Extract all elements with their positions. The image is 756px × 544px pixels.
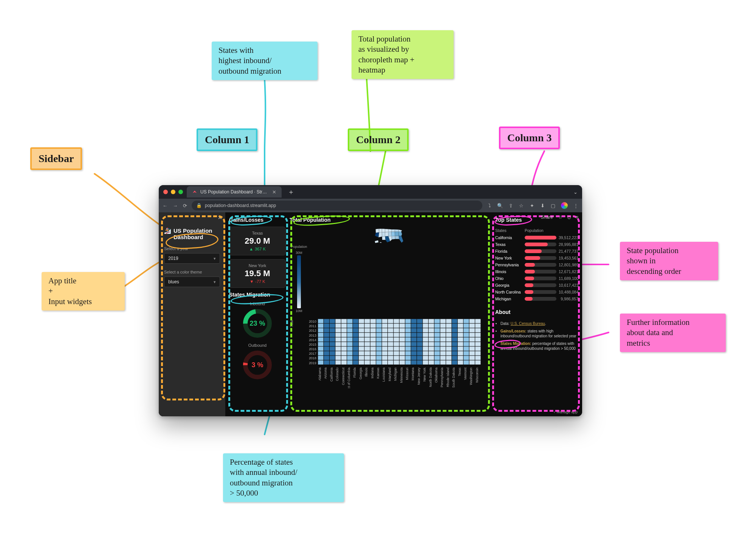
svg-rect-89 bbox=[475, 328, 480, 332]
browser-tab[interactable]: US Population Dashboard · Str… ✕ bbox=[187, 186, 282, 198]
svg-rect-205 bbox=[335, 351, 341, 355]
close-tab-icon[interactable]: ✕ bbox=[272, 189, 276, 195]
table-row: Ohio11,689,100 bbox=[495, 275, 578, 282]
annot-col1-tag: Column 1 bbox=[197, 128, 257, 151]
svg-rect-134 bbox=[411, 337, 417, 342]
svg-rect-239 bbox=[370, 356, 376, 360]
metric-top-gain: Texas 29.0 M ▲367 K bbox=[229, 227, 286, 255]
svg-text:Louisiana: Louisiana bbox=[382, 368, 386, 382]
tabs-overflow-icon[interactable]: ⌄ bbox=[573, 189, 578, 195]
maximize-window-icon[interactable] bbox=[178, 190, 183, 194]
window-controls[interactable] bbox=[163, 190, 183, 194]
svg-rect-160 bbox=[400, 342, 405, 346]
svg-rect-37 bbox=[335, 324, 341, 328]
svg-rect-106 bbox=[411, 333, 417, 337]
svg-rect-258 bbox=[318, 360, 323, 365]
table-col-states: States bbox=[495, 228, 525, 233]
svg-rect-276 bbox=[423, 360, 428, 365]
github-icon[interactable]: ◯ bbox=[568, 215, 570, 220]
manage-app-button[interactable]: ‹Manage app bbox=[554, 410, 578, 414]
back-icon[interactable]: ← bbox=[163, 203, 167, 209]
bookmark-icon[interactable]: ☆ bbox=[519, 203, 524, 208]
svg-rect-153 bbox=[359, 342, 364, 346]
svg-rect-115 bbox=[463, 333, 469, 337]
svg-rect-58 bbox=[458, 324, 463, 328]
svg-rect-128 bbox=[376, 337, 381, 342]
share-button[interactable]: Share bbox=[541, 215, 553, 220]
row-value: 12,671,821 bbox=[559, 269, 578, 274]
address-bar[interactable]: 🔒 population-dashboard.streamlit.app bbox=[192, 201, 482, 210]
gains-losses-heading: Gains/Losses bbox=[229, 217, 286, 223]
census-link[interactable]: U.S. Census Bureau bbox=[511, 321, 545, 326]
svg-text:Rhode Island: Rhode Island bbox=[446, 368, 450, 387]
collapse-sidebar-icon[interactable]: ✕ bbox=[218, 215, 222, 221]
svg-rect-271 bbox=[393, 360, 399, 365]
row-state: Ohio bbox=[495, 276, 525, 281]
svg-rect-102 bbox=[388, 333, 393, 337]
svg-rect-228 bbox=[469, 351, 475, 355]
annot-col1-top-note: States withhighest inbound/outbound migr… bbox=[212, 42, 318, 80]
svg-text:2019: 2019 bbox=[309, 361, 316, 365]
close-window-icon[interactable] bbox=[163, 190, 168, 194]
svg-rect-103 bbox=[393, 333, 399, 337]
svg-rect-221 bbox=[429, 351, 434, 355]
heatmap[interactable]: Year 20102011201220132014201520162017201… bbox=[290, 317, 491, 388]
svg-rect-63 bbox=[324, 328, 329, 332]
legend-gradient bbox=[297, 255, 301, 308]
svg-rect-189 bbox=[405, 346, 411, 351]
svg-rect-265 bbox=[359, 360, 364, 365]
choropleth-map[interactable]: Population 30M 10M bbox=[290, 227, 491, 314]
row-progress bbox=[525, 290, 556, 294]
find-icon[interactable]: 🔍 bbox=[497, 203, 503, 208]
svg-rect-72 bbox=[376, 328, 381, 332]
metric-delta-down: ▼-77 K bbox=[233, 279, 282, 284]
svg-rect-22 bbox=[411, 319, 417, 323]
svg-rect-56 bbox=[446, 324, 451, 328]
app-menu-icon[interactable]: ≡ bbox=[576, 215, 578, 220]
svg-rect-49 bbox=[405, 324, 411, 328]
svg-rect-233 bbox=[335, 356, 341, 360]
year-select[interactable]: 2019 ▾ bbox=[164, 253, 220, 264]
svg-rect-21 bbox=[405, 319, 411, 323]
forward-icon[interactable]: → bbox=[173, 203, 178, 209]
svg-rect-232 bbox=[330, 356, 335, 360]
svg-rect-150 bbox=[341, 342, 347, 346]
minimize-window-icon[interactable] bbox=[171, 190, 175, 194]
share-icon[interactable]: ⇪ bbox=[508, 203, 513, 208]
new-tab-button[interactable]: ＋ bbox=[285, 187, 297, 196]
svg-rect-168 bbox=[446, 342, 451, 346]
svg-rect-9 bbox=[335, 319, 341, 323]
theme-select[interactable]: blues ▾ bbox=[164, 277, 220, 287]
star-icon[interactable]: ☆ bbox=[558, 215, 562, 220]
row-progress bbox=[525, 236, 556, 240]
svg-rect-39 bbox=[347, 324, 352, 328]
svg-rect-226 bbox=[458, 351, 463, 355]
kebab-menu-icon[interactable]: ⋮ bbox=[573, 203, 578, 208]
svg-text:Texas: Texas bbox=[458, 367, 462, 376]
svg-rect-141 bbox=[452, 337, 457, 342]
window-icon[interactable]: ▢ bbox=[550, 203, 556, 208]
extensions-icon[interactable]: ✦ bbox=[529, 203, 534, 208]
svg-rect-254 bbox=[458, 356, 463, 360]
svg-rect-65 bbox=[335, 328, 341, 332]
svg-rect-117 bbox=[475, 333, 480, 337]
svg-rect-78 bbox=[411, 328, 417, 332]
svg-rect-198 bbox=[458, 346, 463, 351]
svg-rect-248 bbox=[423, 356, 428, 360]
reload-icon[interactable]: ⟳ bbox=[183, 203, 187, 209]
svg-rect-88 bbox=[469, 328, 475, 332]
row-value: 19,453,561 bbox=[559, 256, 578, 260]
svg-rect-250 bbox=[434, 356, 440, 360]
row-value: 11,689,100 bbox=[559, 276, 578, 281]
svg-rect-61 bbox=[475, 324, 480, 328]
svg-rect-200 bbox=[469, 346, 475, 351]
profile-icon[interactable] bbox=[561, 202, 568, 209]
svg-rect-219 bbox=[417, 351, 422, 355]
install-app-icon[interactable]: ⤵ bbox=[487, 203, 492, 208]
table-row: Michigan9,986,857 bbox=[495, 295, 578, 302]
svg-rect-135 bbox=[417, 337, 422, 342]
svg-rect-109 bbox=[429, 333, 434, 337]
row-state: New York bbox=[495, 256, 525, 260]
svg-text:2016: 2016 bbox=[309, 347, 316, 351]
download-icon[interactable]: ⬇ bbox=[540, 203, 545, 208]
